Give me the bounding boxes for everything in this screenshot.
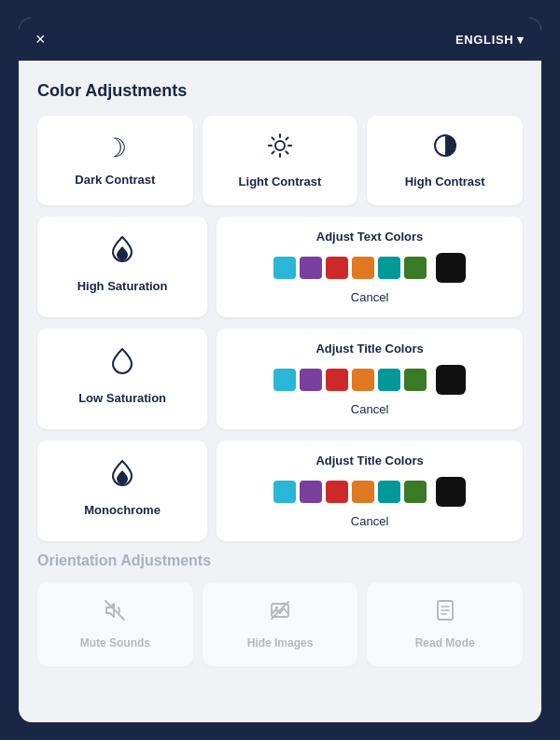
hide-images-card[interactable]: Hide Images	[203, 582, 358, 666]
swatch-blue[interactable]	[273, 257, 296, 279]
high-saturation-icon	[109, 233, 135, 270]
swatch-orange-3[interactable]	[352, 481, 374, 503]
high-contrast-card[interactable]: High Contrast	[367, 116, 523, 205]
swatch-black-2[interactable]	[436, 365, 466, 395]
svg-line-8	[272, 151, 273, 153]
main-window: × ENGLISH ▾ Color Adjustments ☽ Dark Con…	[19, 18, 541, 722]
text-colors-cancel[interactable]: Cancel	[351, 290, 388, 304]
swatch-teal-2[interactable]	[378, 369, 400, 391]
color-section-title: Color Adjustments	[37, 81, 523, 101]
light-contrast-card[interactable]: Light Contrast	[203, 116, 358, 205]
title-colors-cancel-1[interactable]: Cancel	[351, 402, 388, 416]
swatch-red-3[interactable]	[326, 481, 348, 503]
svg-line-10	[105, 601, 124, 620]
swatch-green-2[interactable]	[404, 369, 427, 391]
dark-contrast-card[interactable]: ☽ Dark Contrast	[37, 116, 193, 205]
swatch-orange[interactable]	[352, 257, 374, 279]
read-mode-label: Read Mode	[415, 636, 475, 649]
swatch-teal[interactable]	[378, 257, 400, 279]
hide-images-label: Hide Images	[247, 636, 314, 649]
language-label: ENGLISH	[455, 33, 513, 47]
titlebar: × ENGLISH ▾	[19, 18, 541, 61]
low-saturation-label: Low Saturation	[78, 391, 166, 405]
adjust-title-colors-card-2: Adjust Title Colors Cancel	[217, 440, 523, 541]
adjust-title-title-2: Adjust Title Colors	[315, 454, 423, 468]
read-mode-card[interactable]: Read Mode	[367, 582, 523, 666]
high-saturation-row: High Saturation Adjust Text Colors Cance…	[37, 216, 523, 317]
swatch-orange-2[interactable]	[352, 369, 374, 391]
mute-sounds-icon	[104, 599, 126, 627]
read-mode-icon	[434, 599, 456, 627]
adjust-text-title: Adjust Text Colors	[316, 230, 424, 244]
mute-sounds-label: Mute Sounds	[80, 636, 150, 649]
orientation-cards-grid: Mute Sounds Hide Images	[37, 582, 523, 666]
close-button[interactable]: ×	[35, 31, 46, 48]
swatch-teal-3[interactable]	[378, 481, 400, 503]
svg-line-6	[286, 151, 287, 153]
swatch-green[interactable]	[404, 257, 427, 279]
monochrome-card[interactable]: Monochrome	[37, 440, 207, 541]
title-colors-cancel-2[interactable]: Cancel	[351, 514, 388, 528]
adjust-title-title-1: Adjust Title Colors	[315, 342, 423, 356]
high-saturation-card[interactable]: High Saturation	[37, 216, 207, 317]
swatch-purple[interactable]	[300, 257, 322, 279]
light-contrast-icon	[267, 133, 293, 165]
swatch-blue-3[interactable]	[273, 481, 296, 503]
top-cards-grid: ☽ Dark Contrast	[37, 116, 523, 205]
hide-images-icon	[269, 599, 291, 627]
swatch-blue-2[interactable]	[273, 369, 296, 391]
dark-contrast-label: Dark Contrast	[75, 173, 155, 187]
swatch-purple-3[interactable]	[300, 481, 322, 503]
light-contrast-label: Light Contrast	[239, 175, 322, 188]
monochrome-label: Monochrome	[84, 503, 161, 517]
svg-line-7	[286, 138, 287, 140]
high-contrast-label: High Contrast	[405, 175, 485, 188]
language-selector[interactable]: ENGLISH ▾	[455, 33, 525, 47]
swatch-black[interactable]	[436, 253, 466, 283]
low-saturation-icon	[109, 345, 135, 382]
swatch-green-3[interactable]	[404, 481, 427, 503]
swatch-purple-2[interactable]	[300, 369, 322, 391]
low-saturation-card[interactable]: Low Saturation	[37, 328, 207, 429]
swatch-red-2[interactable]	[326, 369, 348, 391]
low-saturation-row: Low Saturation Adjust Title Colors Cance…	[37, 328, 523, 429]
svg-line-5	[272, 138, 273, 140]
chevron-down-icon: ▾	[517, 33, 525, 47]
title-color-swatches-2	[273, 477, 466, 507]
monochrome-icon	[109, 457, 135, 494]
adjust-title-colors-card-1: Adjust Title Colors Cancel	[217, 328, 523, 429]
swatch-black-3[interactable]	[436, 477, 466, 507]
high-saturation-label: High Saturation	[77, 279, 168, 293]
title-color-swatches-1	[273, 365, 466, 395]
adjust-text-colors-card: Adjust Text Colors Cancel	[217, 216, 523, 317]
svg-point-12	[275, 607, 278, 609]
orientation-section-title: Orientation Adjustments	[37, 552, 523, 569]
monochrome-row: Monochrome Adjust Title Colors Cancel	[37, 440, 523, 541]
mute-sounds-card[interactable]: Mute Sounds	[37, 582, 193, 666]
swatch-red[interactable]	[326, 257, 348, 279]
content-area: Color Adjustments ☽ Dark Contrast	[19, 61, 541, 722]
dark-contrast-icon: ☽	[104, 133, 127, 163]
high-contrast-icon	[432, 133, 458, 165]
text-color-swatches	[273, 253, 466, 283]
svg-point-0	[275, 141, 285, 150]
